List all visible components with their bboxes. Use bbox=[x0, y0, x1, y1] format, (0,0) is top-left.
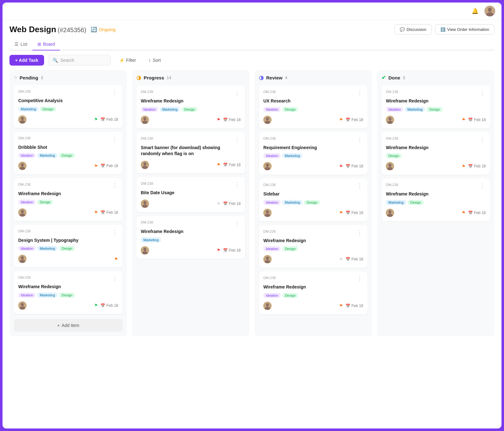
card-meta: ⚑ 📅 Feb 18 bbox=[94, 117, 118, 122]
tag-design: Design bbox=[304, 200, 320, 205]
date-text: Feb 18 bbox=[106, 117, 118, 122]
card-menu[interactable]: ⋮ bbox=[111, 276, 118, 281]
notification-icon[interactable]: 🔔 bbox=[470, 6, 480, 16]
card-id: DM-238 bbox=[18, 90, 31, 93]
card-footer: ⚑ 📅 Feb 18 bbox=[386, 162, 486, 170]
date-text: Feb 18 bbox=[229, 163, 241, 167]
date-meta: 📅 Feb 18 bbox=[346, 118, 363, 122]
date-meta: 📅 Feb 18 bbox=[346, 211, 363, 215]
card-id: DM-238 bbox=[18, 276, 31, 279]
svg-point-16 bbox=[21, 303, 24, 306]
card-title: Wireframe Redesign bbox=[386, 98, 486, 104]
card-meta: ⚑ 📅 Feb 18 bbox=[94, 164, 118, 168]
card: DM-238 ⋮ Wireframe Redesign IdeationMark… bbox=[136, 85, 245, 128]
column-pending: ○ Pending 3 DM-238 ⋮ Competitive Analysi… bbox=[9, 70, 127, 336]
flag-icon: ⚑ bbox=[94, 210, 98, 215]
view-order-label: View Order Information bbox=[447, 27, 489, 32]
card-menu[interactable]: ⋮ bbox=[356, 230, 363, 235]
card-menu[interactable]: ⋮ bbox=[479, 137, 486, 142]
search-box[interactable]: 🔍 Search bbox=[48, 55, 111, 66]
board-container: ○ Pending 3 DM-238 ⋮ Competitive Analysi… bbox=[3, 70, 501, 343]
card-menu[interactable]: ⋮ bbox=[234, 220, 241, 226]
date-meta: 📅 Feb 18 bbox=[346, 257, 363, 261]
card-header: DM-238 ⋮ bbox=[18, 136, 118, 142]
card-meta: ⚑ 📅 Feb 18 bbox=[339, 164, 363, 169]
column-done: ✔ Done 3 DM-238 ⋮ Wireframe Redesign Ide… bbox=[377, 70, 495, 336]
tag-marketing: Marketing bbox=[18, 107, 38, 112]
sort-button[interactable]: ↕ Sort bbox=[144, 55, 165, 65]
card-meta: ⚑ 📅 Feb 18 bbox=[217, 117, 241, 122]
info-icon: ℹ️ bbox=[440, 27, 445, 32]
filter-button[interactable]: ⚡ Filter bbox=[115, 55, 140, 65]
date-meta: 📅 Feb 18 bbox=[223, 163, 241, 167]
card-footer: ⚑ 📅 Feb 18 bbox=[141, 116, 241, 124]
card-menu[interactable]: ⋮ bbox=[356, 137, 363, 142]
date-text: Feb 18 bbox=[474, 164, 486, 168]
calendar-icon: 📅 bbox=[346, 118, 350, 122]
project-id: (#245356) bbox=[58, 26, 86, 33]
card-menu[interactable]: ⋮ bbox=[234, 137, 241, 142]
card: DM-238 ⋮ Wireframe Redesign Design ⚑ 📅 F… bbox=[381, 132, 490, 175]
toolbar: + Add Task 🔍 Search ⚡ Filter ↕ Sort bbox=[3, 50, 501, 70]
card: DM-238 ⋮ UX Research IdeationDesign ⚑ 📅 … bbox=[259, 85, 368, 128]
card-menu[interactable]: ⋮ bbox=[111, 183, 118, 188]
user-avatar-top[interactable] bbox=[484, 6, 495, 16]
project-name: Web Design bbox=[9, 25, 56, 34]
tag-marketing: Marketing bbox=[141, 237, 161, 242]
tab-board[interactable]: ⊞ Board bbox=[32, 38, 60, 50]
tag-design: Design bbox=[59, 246, 75, 251]
flag-icon: ⚑ bbox=[94, 117, 98, 122]
add-item-button[interactable]: + Add Item bbox=[14, 319, 123, 332]
tag-design: Design bbox=[59, 153, 75, 158]
view-order-button[interactable]: ℹ️ View Order Information bbox=[435, 24, 495, 35]
card-header: DM-238 ⋮ bbox=[263, 90, 363, 96]
calendar-icon: 📅 bbox=[468, 164, 473, 168]
card-menu[interactable]: ⋮ bbox=[356, 90, 363, 96]
date-text: Feb 18 bbox=[229, 248, 241, 253]
card-menu[interactable]: ⋮ bbox=[234, 182, 241, 187]
card-menu[interactable]: ⋮ bbox=[234, 90, 241, 96]
card-menu[interactable]: ⋮ bbox=[356, 183, 363, 189]
card-menu[interactable]: ⋮ bbox=[479, 183, 486, 189]
svg-point-34 bbox=[266, 164, 269, 167]
card-menu[interactable]: ⋮ bbox=[111, 90, 118, 95]
card: DM-238 ⋮ Sidebar IdeationMarketingDesign… bbox=[259, 178, 368, 221]
card-header: DM-238 ⋮ bbox=[386, 137, 486, 142]
date-text: Feb 18 bbox=[229, 118, 241, 122]
tag-marketing: Marketing bbox=[405, 107, 425, 112]
card-tags: IdeationMarketingDesign bbox=[18, 246, 118, 251]
tab-list[interactable]: ☰ List bbox=[9, 38, 32, 50]
board-tab-icon: ⊞ bbox=[37, 42, 41, 47]
card-menu[interactable]: ⋮ bbox=[356, 276, 363, 282]
list-tab-icon: ☰ bbox=[14, 42, 19, 47]
avatar bbox=[18, 115, 26, 124]
card-id: DM-238 bbox=[386, 183, 398, 187]
review-icon: ◑ bbox=[259, 74, 264, 81]
card: DM-238 ⋮ Wireframe Redesign IdeationDesi… bbox=[14, 178, 123, 221]
card-header: DM-238 ⋮ bbox=[386, 90, 486, 96]
card-footer: ⚑ 📅 Feb 18 bbox=[263, 255, 363, 263]
add-task-label: + Add Task bbox=[15, 58, 38, 63]
card-id: DM-238 bbox=[18, 229, 31, 233]
tab-board-label: Board bbox=[43, 42, 55, 47]
card-id: DM-238 bbox=[18, 183, 31, 186]
tag-marketing: Marketing bbox=[282, 153, 302, 158]
avatar bbox=[141, 200, 149, 208]
card-footer: ⚑ 📅 Feb 18 bbox=[141, 200, 241, 208]
card-meta: ⚑ bbox=[114, 257, 118, 261]
date-text: Feb 18 bbox=[106, 210, 118, 215]
card-menu[interactable]: ⋮ bbox=[111, 136, 118, 142]
card-menu[interactable]: ⋮ bbox=[479, 90, 486, 96]
card-menu[interactable]: ⋮ bbox=[111, 229, 118, 235]
column-review: ◑ Review 4 DM-238 ⋮ UX Research Ideation… bbox=[255, 70, 372, 336]
date-text: Feb 18 bbox=[352, 164, 363, 168]
tag-marketing: Marketing bbox=[37, 293, 57, 298]
card-id: DM-238 bbox=[263, 276, 276, 280]
date-meta: 📅 Feb 18 bbox=[100, 210, 118, 215]
flag-icon: ⚑ bbox=[217, 201, 220, 206]
tag-design: Design bbox=[282, 246, 298, 251]
svg-point-49 bbox=[389, 164, 392, 167]
discussion-button[interactable]: 💬 Discussion bbox=[394, 24, 432, 35]
flag-icon: ⚑ bbox=[339, 303, 343, 308]
add-task-button[interactable]: + Add Task bbox=[9, 55, 44, 66]
